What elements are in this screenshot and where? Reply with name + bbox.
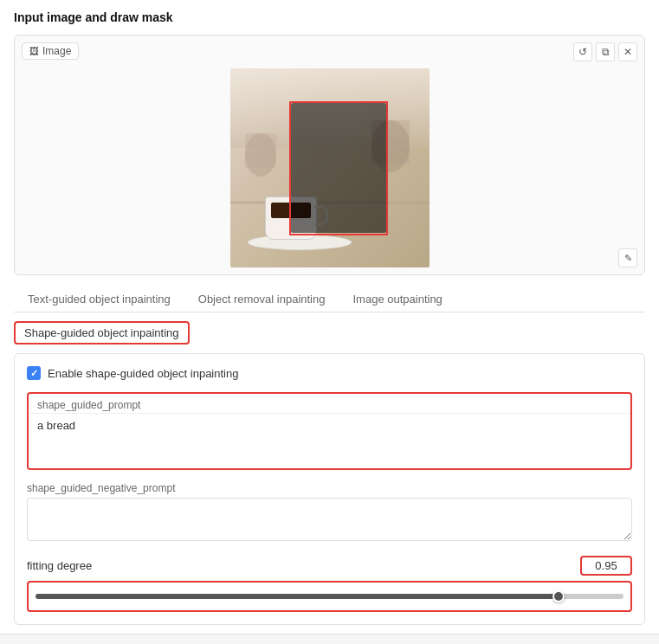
checkbox-label: Enable shape-guided object inpainting — [48, 367, 238, 380]
slider-track[interactable] — [36, 594, 623, 599]
tabs-row: Text-guided object inpainting Object rem… — [14, 287, 645, 312]
mask-overlay — [291, 103, 386, 233]
active-tab-container: Shape-guided object inpainting — [14, 321, 190, 345]
negative-prompt-group: shape_guided_negative_prompt — [27, 482, 632, 544]
fitting-value: 0.95 — [580, 556, 632, 576]
fitting-row: fitting degree 0.95 — [27, 556, 632, 612]
fitting-header: fitting degree 0.95 — [27, 556, 632, 576]
close-button[interactable]: ✕ — [618, 42, 637, 61]
tab-object-removal[interactable]: Object removal inpainting — [184, 287, 339, 312]
tab-text-guided[interactable]: Text-guided object inpainting — [14, 287, 184, 312]
checkmark-icon: ✓ — [30, 368, 38, 379]
checkbox-row: ✓ Enable shape-guided object inpainting — [27, 366, 632, 380]
settings-panel: ✓ Enable shape-guided object inpainting … — [14, 353, 645, 625]
enable-checkbox[interactable]: ✓ — [27, 366, 41, 380]
image-controls: ↺ ⧉ ✕ — [573, 42, 637, 61]
prompt-textarea[interactable]: a bread — [29, 414, 630, 466]
slider-container — [36, 588, 623, 605]
tab-image-outpainting[interactable]: Image outpainting — [339, 287, 455, 312]
uploaded-image — [230, 68, 430, 267]
image-upload-area: 🖼 Image ↺ ⧉ ✕ — [14, 35, 645, 275]
edit-button[interactable]: ✎ — [618, 248, 637, 267]
negative-prompt-textarea[interactable] — [27, 498, 632, 541]
fitting-label: fitting degree — [27, 559, 92, 572]
image-background — [230, 68, 430, 267]
tab-shape-guided[interactable]: Shape-guided object inpainting — [14, 321, 190, 345]
negative-prompt-label: shape_guided_negative_prompt — [27, 482, 632, 494]
slider-wrapper — [27, 581, 632, 612]
run-button-container: Run — [0, 634, 659, 644]
page-title: Input image and draw mask — [14, 10, 645, 24]
image-label-badge: 🖼 Image — [22, 42, 79, 60]
reset-button[interactable]: ↺ — [573, 42, 592, 61]
prompt-field-wrapper: shape_guided_prompt a bread — [27, 392, 632, 470]
copy-button[interactable]: ⧉ — [596, 42, 615, 61]
slider-thumb[interactable] — [552, 590, 565, 602]
image-icon: 🖼 — [29, 46, 39, 56]
prompt-field-label: shape_guided_prompt — [29, 394, 630, 414]
image-label-text: Image — [42, 45, 71, 57]
